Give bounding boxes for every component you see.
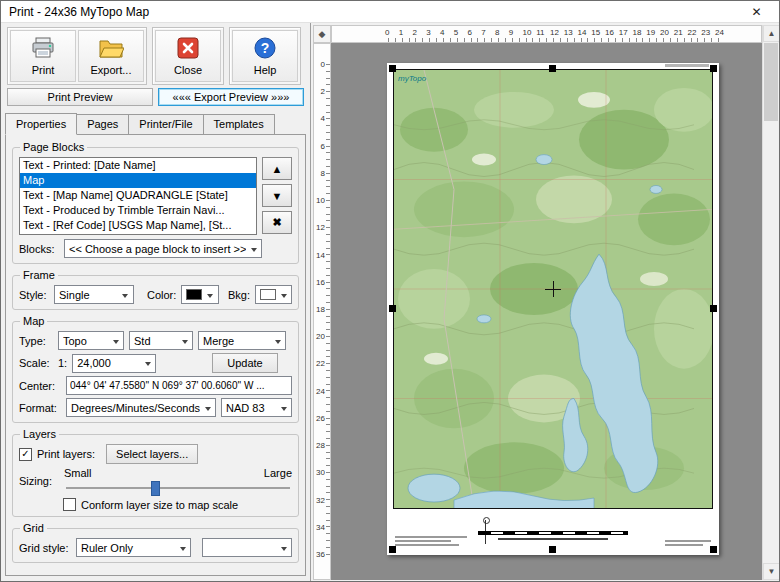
selection-handle[interactable] [549,546,556,553]
grid-line-style-combo[interactable] [202,538,292,557]
toolbar: Print Export... Close [7,27,304,85]
export-preview-label: ««« Export Preview »»» [173,91,290,103]
page-block-item[interactable]: Text - Printed: [Date Name] [20,158,256,173]
tab-properties[interactable]: Properties [5,113,77,135]
selection-handle[interactable] [389,65,396,72]
grid-style-value: Ruler Only [81,542,175,554]
map-group-label: Map [20,315,47,327]
tab-templates[interactable]: Templates [204,114,275,135]
page-block-item[interactable]: Text - Produced by Trimble Terrain Navi.… [20,203,256,218]
down-arrow-icon: ▼ [272,190,283,202]
sizing-small-label: Small [64,467,92,479]
print-preview-area: ◆ 01234567891011121314151617181920212223… [311,23,779,582]
help-button-label: Help [254,64,277,76]
delete-block-button[interactable]: ✖ [262,211,292,234]
print-button-label: Print [32,64,55,76]
frame-color-combo[interactable] [181,285,219,304]
properties-tab-panel: Page Blocks Text - Printed: [Date Name]M… [5,134,306,576]
diamond-icon: ◆ [319,29,326,39]
map-center-field[interactable]: 044° 04' 47.5580'' N 069° 37' 00.6060'' … [66,376,292,395]
conform-layer-size-checkbox[interactable] [63,498,76,511]
map-quality-value: Std [134,335,177,347]
mytopo-logo: myTopo [397,72,433,83]
datum-value: NAD 83 [226,402,276,414]
page-preview[interactable]: myTopo [387,63,719,555]
scrollbar-down-button[interactable]: ▼ [763,563,780,580]
map-footer [393,511,713,549]
update-scale-button[interactable]: Update [212,353,278,373]
print-button[interactable]: Print [10,30,76,82]
selection-handle[interactable] [710,546,717,553]
v-ruler-scale: 024681012141618202224262830323436 [314,64,331,556]
sizing-label: Sizing: [19,475,59,487]
slider-track[interactable] [66,487,290,489]
map-quality-combo[interactable]: Std [129,331,193,350]
layers-group: Layers ✓ Print layers: Select layers... … [12,434,299,517]
check-icon: ✓ [21,449,29,459]
grid-group: Grid Grid style: Ruler Only [12,528,299,563]
map-mode-combo[interactable]: Merge [198,331,286,350]
printer-icon [30,36,56,62]
page-margin-note [665,64,709,67]
frame-style-combo[interactable]: Single [54,285,134,304]
scroll-down-icon: ▼ [768,567,776,576]
select-layers-button[interactable]: Select layers... [106,444,198,464]
tab-printer-file[interactable]: Printer/File [129,114,203,135]
page-block-item[interactable]: Map [20,173,256,188]
print-preview-button[interactable]: Print Preview [7,88,153,106]
map-mode-value: Merge [203,335,270,347]
grid-group-label: Grid [20,522,47,534]
page-block-item[interactable]: Text - [Map Name] QUADRANGLE [State] [20,188,256,203]
frame-bkg-label: Bkg: [228,289,250,301]
export-button[interactable]: Export... [78,30,144,82]
selection-handle[interactable] [549,65,556,72]
frame-color-label: Color: [147,289,176,301]
toolbar-group-close: Close [152,27,224,85]
map-type-combo[interactable]: Topo [58,331,124,350]
chevron-down-icon [270,332,285,349]
chevron-down-icon [202,286,217,303]
selection-handle[interactable] [389,305,396,312]
selection-handle[interactable] [710,65,717,72]
chevron-down-icon [200,399,215,416]
print-preview-label: Print Preview [48,91,113,103]
slider-thumb[interactable] [151,481,160,496]
move-up-button[interactable]: ▲ [262,157,292,180]
export-folder-icon [98,36,124,62]
coordinate-format-combo[interactable]: Degrees/Minutes/Seconds [66,398,216,417]
vertical-scrollbar[interactable]: ▲ ▼ [762,25,779,580]
page-blocks-list[interactable]: Text - Printed: [Date Name]MapText - [Ma… [19,157,257,235]
map-scale-combo[interactable]: 24,000 [72,354,156,373]
tab-pages[interactable]: Pages [77,114,129,135]
chevron-down-icon [276,539,291,556]
selection-handle[interactable] [389,546,396,553]
page-block-item[interactable]: Text - [Ref Code] [USGS Map Name], [St..… [20,218,256,233]
datum-combo[interactable]: NAD 83 [221,398,292,417]
scrollbar-thumb[interactable] [764,43,778,121]
help-button[interactable]: ? Help [232,30,298,82]
insert-block-combo[interactable]: << Choose a page block to insert >> [64,239,262,258]
print-layers-checkbox[interactable]: ✓ [19,448,32,461]
frame-group-label: Frame [20,269,58,281]
blocks-label: Blocks: [19,243,59,255]
chevron-down-icon [246,240,261,257]
sizing-large-label: Large [264,467,292,479]
selection-handle[interactable] [710,305,717,312]
chevron-down-icon [276,286,291,303]
move-down-button[interactable]: ▼ [262,184,292,207]
tab-bar: PropertiesPagesPrinter/FileTemplates [5,114,310,135]
close-dialog-button[interactable]: Close [155,30,221,82]
frame-bkg-combo[interactable] [255,285,292,304]
page-block-item[interactable]: Compass [20,233,256,235]
layer-sizing-slider[interactable]: Small Large [64,467,292,495]
vertical-ruler: 024681012141618202224262830323436 [313,43,331,580]
map-preview-image[interactable]: myTopo [393,69,713,509]
window-close-button[interactable]: ✕ [734,1,779,22]
export-preview-button[interactable]: ««« Export Preview »»» [158,88,304,106]
scrollbar-up-button[interactable]: ▲ [763,25,780,42]
grid-style-combo[interactable]: Ruler Only [76,538,191,557]
select-layers-label: Select layers... [116,448,188,460]
preview-canvas[interactable]: myTopo [331,43,762,580]
ruler-origin-button[interactable]: ◆ [313,25,331,43]
export-button-label: Export... [91,64,132,76]
